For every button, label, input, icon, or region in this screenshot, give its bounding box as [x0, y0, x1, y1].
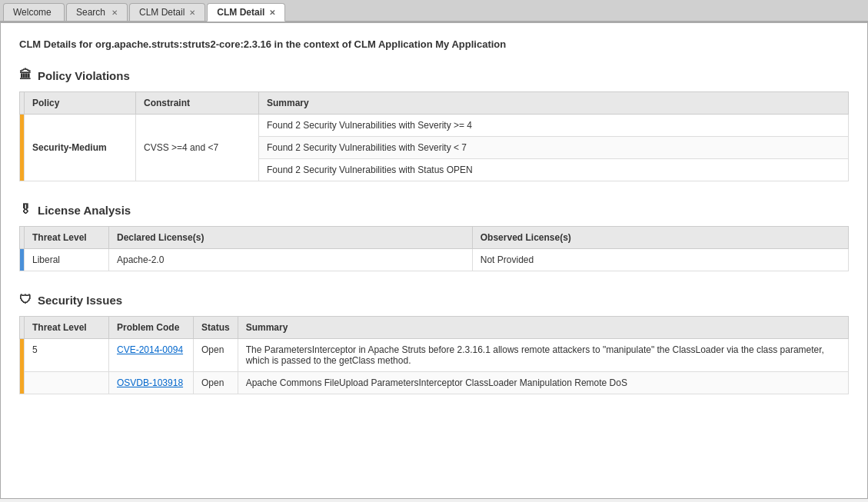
- summary-sec-2: Apache Commons FileUpload ParametersInte…: [238, 372, 848, 394]
- declared-license-cell: Apache-2.0: [109, 249, 473, 271]
- license-analysis-header: 🎖 License Analysis: [19, 203, 849, 217]
- security-issues-table: Threat Level Problem Code Status Summary…: [19, 316, 849, 394]
- tab-clm-detail-1-label: CLM Detail: [139, 7, 185, 18]
- tab-bar: Welcome Search ✕ CLM Detail ✕ CLM Detail…: [0, 0, 868, 22]
- license-analysis-table: Threat Level Declared License(s) Observe…: [19, 226, 849, 271]
- page-title: CLM Details for org.apache.struts:struts…: [19, 38, 849, 50]
- table-row: Liberal Apache-2.0 Not Provided: [20, 249, 849, 271]
- policy-violations-header-row: Policy Constraint Summary: [20, 92, 849, 115]
- tab-clm-detail-2[interactable]: CLM Detail ✕: [207, 3, 285, 22]
- license-analysis-section: 🎖 License Analysis Threat Level Declared…: [19, 203, 849, 271]
- table-row: OSVDB-103918 Open Apache Commons FileUpl…: [20, 372, 849, 394]
- col-threat-header: Threat Level: [25, 227, 109, 249]
- col-policy-header: Policy: [25, 92, 136, 115]
- col-summary-header-sec: Summary: [238, 317, 848, 339]
- tab-search[interactable]: Search ✕: [66, 3, 128, 21]
- summary-cell-3: Found 2 Security Vulnerabilities with St…: [259, 159, 849, 181]
- license-analysis-title: License Analysis: [38, 204, 131, 217]
- tab-search-close[interactable]: ✕: [111, 8, 118, 17]
- policy-violations-icon: 🏛: [19, 68, 32, 82]
- license-analysis-icon: 🎖: [19, 203, 32, 217]
- observed-license-cell: Not Provided: [472, 249, 848, 271]
- status-2: Open: [194, 372, 238, 394]
- prob-code-1[interactable]: CVE-2014-0094: [109, 339, 194, 372]
- table-row: Security-Medium CVSS >=4 and <7 Found 2 …: [20, 115, 849, 137]
- summary-cell-2: Found 2 Security Vulnerabilities with Se…: [259, 137, 849, 159]
- col-summary-header: Summary: [259, 92, 849, 115]
- security-issues-header: 🛡 Security Issues: [19, 293, 849, 307]
- summary-cell-1: Found 2 Security Vulnerabilities with Se…: [259, 115, 849, 137]
- policy-violations-title: Policy Violations: [38, 69, 130, 82]
- main-content: CLM Details for org.apache.struts:struts…: [0, 22, 868, 499]
- threat-level-cell: Liberal: [25, 249, 109, 271]
- policy-violations-header: 🏛 Policy Violations: [19, 68, 849, 82]
- tab-search-label: Search: [76, 7, 105, 18]
- policy-cell: Security-Medium: [25, 115, 136, 181]
- table-row: 5 CVE-2014-0094 Open The ParametersInter…: [20, 339, 849, 372]
- security-issues-title: Security Issues: [38, 294, 122, 307]
- prob-code-2[interactable]: OSVDB-103918: [109, 372, 194, 394]
- tab-clm-detail-1[interactable]: CLM Detail ✕: [129, 3, 205, 21]
- policy-violations-table: Policy Constraint Summary Security-Mediu…: [19, 91, 849, 181]
- tab-clm-detail-2-label: CLM Detail: [217, 7, 264, 18]
- tab-welcome[interactable]: Welcome: [3, 3, 65, 21]
- col-probcode-header: Problem Code: [109, 317, 194, 339]
- col-threat-header-sec: Threat Level: [25, 317, 109, 339]
- summary-sec-1: The ParametersInterceptor in Apache Stru…: [238, 339, 848, 372]
- col-observed-header: Observed License(s): [472, 227, 848, 249]
- col-constraint-header: Constraint: [136, 92, 259, 115]
- policy-violations-section: 🏛 Policy Violations Policy Constraint Su…: [19, 68, 849, 181]
- license-header-row: Threat Level Declared License(s) Observe…: [20, 227, 849, 249]
- security-header-row: Threat Level Problem Code Status Summary: [20, 317, 849, 339]
- tab-welcome-label: Welcome: [13, 7, 52, 18]
- threat-level-sec-2: [25, 372, 109, 394]
- status-1: Open: [194, 339, 238, 372]
- security-issues-icon: 🛡: [19, 293, 32, 307]
- col-status-header: Status: [194, 317, 238, 339]
- security-issues-section: 🛡 Security Issues Threat Level Problem C…: [19, 293, 849, 394]
- threat-level-sec-1: 5: [25, 339, 109, 372]
- tab-clm-detail-1-close[interactable]: ✕: [189, 8, 195, 17]
- col-declared-header: Declared License(s): [109, 227, 473, 249]
- constraint-cell: CVSS >=4 and <7: [136, 115, 259, 181]
- tab-clm-detail-2-close[interactable]: ✕: [269, 8, 275, 17]
